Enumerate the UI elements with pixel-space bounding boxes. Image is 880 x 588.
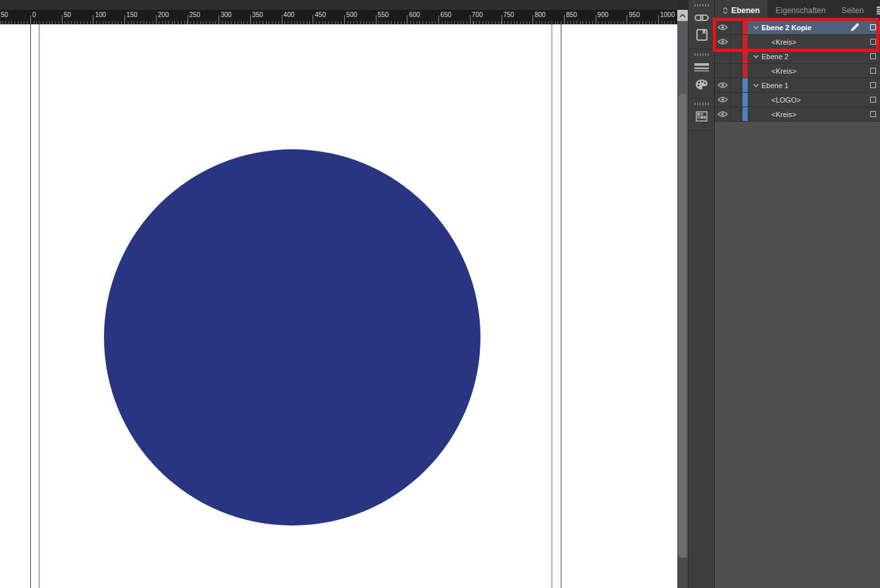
dock-drag-handle-icon[interactable] <box>694 4 709 7</box>
lock-toggle[interactable] <box>731 78 742 92</box>
book-icon[interactable] <box>688 26 715 43</box>
layer-row-main[interactable]: Ebene 1 <box>748 78 880 92</box>
dock-group <box>688 49 714 99</box>
layer-color-bar <box>742 93 748 107</box>
scrollbar-thumb[interactable] <box>679 93 686 558</box>
lock-toggle[interactable] <box>731 107 742 121</box>
selection-target-box[interactable] <box>870 24 876 30</box>
ruler-tick-label: 150 <box>126 11 138 18</box>
panel-menu-button[interactable] <box>871 0 880 20</box>
ruler-major-tick <box>313 15 313 24</box>
horizontal-ruler[interactable]: 5005010015020025030035040045050055060065… <box>0 10 677 24</box>
chevron-up-icon <box>679 14 686 18</box>
ruler-major-tick <box>93 15 93 24</box>
layer-color-bar <box>742 64 748 78</box>
lock-toggle[interactable] <box>731 64 742 78</box>
visibility-toggle[interactable] <box>715 78 731 92</box>
layer-row[interactable]: <Kreis> <box>715 35 880 49</box>
scrollbar-track-bottom[interactable] <box>677 558 688 588</box>
ruler-major-tick <box>564 15 565 24</box>
layer-row[interactable]: <Kreis> <box>715 107 880 122</box>
lock-toggle[interactable] <box>731 49 742 63</box>
ruler-major-tick <box>596 15 596 24</box>
selection-target-box[interactable] <box>870 111 876 117</box>
expand-chevron-icon[interactable] <box>753 84 759 87</box>
dock-drag-handle-icon[interactable] <box>694 103 709 105</box>
expand-chevron-icon[interactable] <box>753 26 759 30</box>
ruler-tick-label: 1000 <box>660 11 675 18</box>
layer-row[interactable]: Ebene 2 Kopie <box>715 20 880 35</box>
layers-panel: Ebenen Eigenschaften Seiten Ebene 2 Kopi… <box>714 0 880 588</box>
layer-row-main[interactable]: Ebene 2 Kopie <box>748 20 880 34</box>
layer-row[interactable]: Ebene 1 <box>715 78 880 93</box>
ruler-tick-label: 850 <box>566 11 577 18</box>
lock-toggle[interactable] <box>731 20 742 34</box>
visibility-toggle[interactable] <box>715 107 731 121</box>
selection-target-box[interactable] <box>870 53 876 59</box>
layer-row-main[interactable]: <LOGO> <box>748 93 880 107</box>
document-canvas[interactable] <box>0 24 677 588</box>
ruler-major-tick <box>658 15 659 24</box>
ruler-major-tick <box>62 15 63 24</box>
swatches-grid-icon[interactable] <box>688 108 715 125</box>
visibility-toggle[interactable] <box>715 49 731 63</box>
color-palette-icon[interactable] <box>688 76 715 93</box>
layer-row-main[interactable]: <Kreis> <box>748 64 880 78</box>
visibility-toggle[interactable] <box>715 93 731 107</box>
ruler-tick-label: 400 <box>284 11 295 18</box>
layer-row-main[interactable]: Ebene 2 <box>748 49 880 63</box>
ruler-tick-label: 800 <box>534 11 546 18</box>
application-window: 5005010015020025030035040045050055060065… <box>0 0 880 588</box>
ruler-tick-label: 700 <box>472 11 483 18</box>
lock-toggle[interactable] <box>731 93 742 107</box>
layer-name: Ebene 2 <box>762 53 789 61</box>
ruler-major-tick <box>470 15 471 24</box>
scroll-up-button[interactable] <box>677 10 688 21</box>
layer-row[interactable]: <Kreis> <box>715 64 880 78</box>
ruler-major-tick <box>502 15 502 24</box>
selection-target-box[interactable] <box>870 97 876 103</box>
layer-name: <Kreis> <box>771 110 796 118</box>
margin-guide-left <box>39 24 39 588</box>
ruler-tick-label: 250 <box>190 11 201 18</box>
expand-chevron-icon[interactable] <box>753 55 759 59</box>
layer-color-bar <box>742 78 748 92</box>
page-edge-left <box>30 24 31 588</box>
layer-row[interactable]: <LOGO> <box>715 93 880 107</box>
selection-target-box[interactable] <box>870 82 876 88</box>
circle-artwork[interactable] <box>104 149 480 526</box>
ruler-tick-label: 350 <box>252 11 263 18</box>
visibility-toggle[interactable] <box>715 20 731 34</box>
visibility-toggle[interactable] <box>715 35 731 49</box>
selection-target-box[interactable] <box>870 39 876 45</box>
tab-eigenschaften[interactable]: Eigenschaften <box>767 0 833 20</box>
layer-row[interactable]: Ebene 2 <box>715 49 880 64</box>
panel-dock <box>688 0 714 588</box>
tab-seiten[interactable]: Seiten <box>833 0 871 20</box>
dock-group <box>688 99 714 131</box>
eye-icon <box>717 94 728 106</box>
edit-pen-icon <box>850 22 860 35</box>
ruler-tick-label: 600 <box>409 11 420 18</box>
tab-label: Eigenschaften <box>775 6 825 15</box>
ruler-tick-label: 50 <box>1 11 8 18</box>
ruler-major-tick <box>282 15 282 24</box>
ruler-major-tick <box>219 15 219 24</box>
ruler-tick-label: 100 <box>95 11 106 18</box>
layer-row-main[interactable]: <Kreis> <box>748 107 880 121</box>
stroke-lines-icon[interactable] <box>688 59 715 76</box>
selection-target-box[interactable] <box>870 68 876 74</box>
eye-icon <box>717 22 728 34</box>
ruler-tick-label: 0 <box>32 11 36 18</box>
layer-color-bar <box>742 49 748 63</box>
dock-drag-handle-icon[interactable] <box>694 53 709 56</box>
vertical-scrollbar[interactable] <box>677 0 688 588</box>
visibility-toggle[interactable] <box>715 64 731 78</box>
links-chain-icon[interactable] <box>688 9 715 26</box>
layer-row-main[interactable]: <Kreis> <box>748 35 880 49</box>
ruler-major-tick <box>438 15 439 24</box>
tab-ebenen[interactable]: Ebenen <box>715 0 767 20</box>
ruler-major-tick <box>532 15 533 24</box>
ruler-tick-label: 500 <box>346 11 357 18</box>
lock-toggle[interactable] <box>731 35 742 49</box>
